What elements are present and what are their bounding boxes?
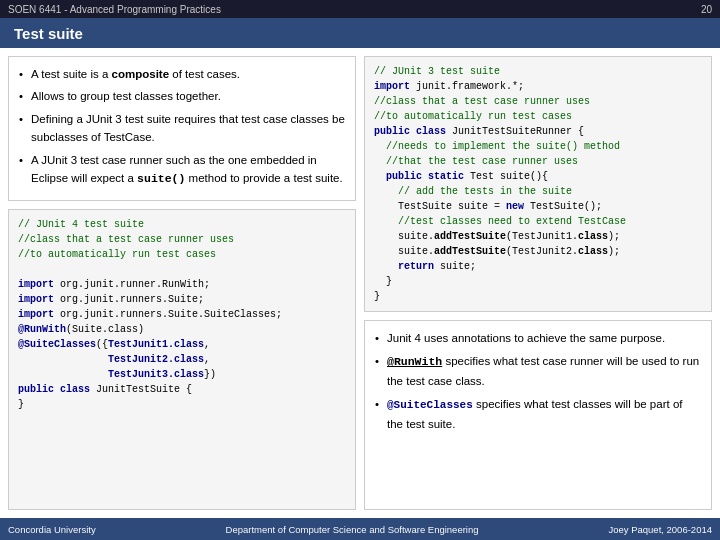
code-line: } — [374, 289, 702, 304]
left-panel: A test suite is a composite of test case… — [8, 56, 356, 510]
bullet-points-right: Junit 4 uses annotations to achieve the … — [364, 320, 712, 510]
code-line: public class JunitTestSuiteRunner { — [374, 124, 702, 139]
code-comment: //class that a test case runner uses — [374, 94, 702, 109]
header-bar: SOEN 6441 - Advanced Programming Practic… — [0, 0, 720, 18]
code-block-junit3: // JUnit 3 test suite import junit.frame… — [364, 56, 712, 312]
runwith-annotation: @RunWith — [387, 355, 442, 368]
list-item: Junit 4 uses annotations to achieve the … — [375, 329, 701, 347]
code-line: import org.junit.runners.Suite; — [18, 292, 346, 307]
code-line: @RunWith(Suite.class) — [18, 322, 346, 337]
code-comment: //to automatically run test cases — [374, 109, 702, 124]
code-comment: // JUnit 4 test suite — [18, 217, 346, 232]
code-line: return suite; — [374, 259, 702, 274]
code-line: public static Test suite(){ — [374, 169, 702, 184]
footer-center: Department of Computer Science and Softw… — [226, 524, 479, 535]
header-page-number: 20 — [701, 4, 712, 15]
code-comment: // add the tests in the suite — [374, 184, 702, 199]
footer-right: Joey Paquet, 2006-2014 — [608, 524, 712, 535]
list-item: Defining a JUnit 3 test suite requires t… — [19, 110, 345, 147]
list-item: A test suite is a composite of test case… — [19, 65, 345, 83]
code-line: } — [18, 397, 346, 412]
list-item: Allows to group test classes together. — [19, 87, 345, 105]
code-comment: //needs to implement the suite() method — [374, 139, 702, 154]
list-item: @SuiteClasses specifies what test classe… — [375, 395, 701, 433]
main-content: A test suite is a composite of test case… — [0, 48, 720, 518]
code-line: TestJunit2.class, — [18, 352, 346, 367]
suiteclasses-annotation: @SuiteClasses — [387, 399, 473, 411]
code-line: import org.junit.runners.Suite.SuiteClas… — [18, 307, 346, 322]
code-line: } — [374, 274, 702, 289]
right-panel: // JUnit 3 test suite import junit.frame… — [364, 56, 712, 510]
footer-left: Concordia University — [8, 524, 96, 535]
code-comment: //class that a test case runner uses — [18, 232, 346, 247]
code-line: suite.addTestSuite(TestJunit1.class); — [374, 229, 702, 244]
header-title: SOEN 6441 - Advanced Programming Practic… — [8, 4, 221, 15]
code-block-junit4: // JUnit 4 test suite //class that a tes… — [8, 209, 356, 510]
list-item: @RunWith specifies what test case runner… — [375, 352, 701, 390]
code-line: TestSuite suite = new TestSuite(); — [374, 199, 702, 214]
code-line: suite.addTestSuite(TestJunit2.class); — [374, 244, 702, 259]
code-comment: // JUnit 3 test suite — [374, 64, 702, 79]
code-line: public class JunitTestSuite { — [18, 382, 346, 397]
suite-method-code: suite() — [137, 172, 185, 185]
code-comment: //test classes need to extend TestCase — [374, 214, 702, 229]
code-line: import org.junit.runner.RunWith; — [18, 277, 346, 292]
footer-bar: Concordia University Department of Compu… — [0, 518, 720, 540]
composite-text: composite — [112, 68, 170, 80]
code-line: TestJunit3.class}) — [18, 367, 346, 382]
list-item: A JUnit 3 test case runner such as the o… — [19, 151, 345, 189]
code-line: import junit.framework.*; — [374, 79, 702, 94]
code-line: @SuiteClasses({TestJunit1.class, — [18, 337, 346, 352]
bullet-points-left: A test suite is a composite of test case… — [8, 56, 356, 201]
code-comment: //to automatically run test cases — [18, 247, 346, 262]
slide-title: Test suite — [0, 18, 720, 48]
code-comment: //that the test case runner uses — [374, 154, 702, 169]
